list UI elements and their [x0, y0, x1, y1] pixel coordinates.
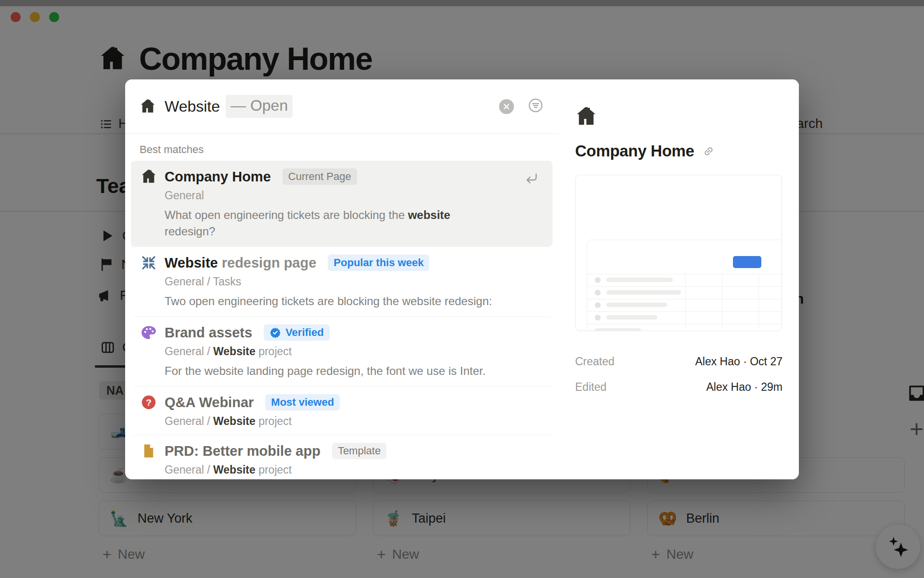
- result-title: PRD: Better mobile app: [165, 443, 321, 459]
- result-breadcrumb: General: [165, 189, 543, 202]
- question-icon: ?: [141, 394, 157, 411]
- results-list: Best matches Company Home Current Page G…: [125, 134, 558, 479]
- app-window: Company Home H arch Tea C N F C NA n 🎿 ☕…: [0, 0, 924, 578]
- result-title: Q&A Webinar: [165, 395, 254, 411]
- popular-badge: Popular this week: [328, 255, 429, 271]
- search-query: Website: [165, 98, 220, 116]
- preview-metadata: Created Alex Hao · Oct 27 Edited Alex Ha…: [575, 355, 783, 394]
- most-viewed-badge: Most viewed: [265, 394, 340, 411]
- result-title: Website redesign page: [165, 255, 316, 271]
- enter-key-icon: [524, 171, 539, 187]
- search-modal: Website — Open Best matches: [125, 79, 799, 479]
- page-preview-thumbnail: [575, 175, 782, 331]
- result-title: Company Home: [165, 169, 271, 185]
- filter-icon: [527, 97, 544, 114]
- screen-edge: [0, 0, 924, 6]
- verified-seal-icon: [270, 327, 281, 338]
- palette-icon: [141, 324, 157, 341]
- close-icon: [503, 103, 510, 110]
- home-icon: [140, 98, 156, 115]
- current-page-badge: Current Page: [282, 168, 357, 185]
- search-results-pane: Website — Open Best matches: [125, 79, 558, 479]
- search-input[interactable]: Website — Open: [125, 79, 558, 134]
- result-snippet: For the website landing page redesign, t…: [165, 363, 543, 379]
- collapse-arrows-icon: [141, 255, 157, 271]
- result-breadcrumb: General / Tasks: [165, 275, 543, 288]
- filter-button[interactable]: [527, 97, 544, 116]
- section-label: Best matches: [125, 134, 558, 161]
- result-breadcrumb: General / Website project: [165, 345, 543, 358]
- result-title: Brand assets: [165, 325, 252, 341]
- link-icon[interactable]: [702, 145, 715, 158]
- preview-blue-button: [733, 256, 761, 268]
- result-breadcrumb: General / Website project: [165, 414, 543, 428]
- result-brand-assets[interactable]: Brand assets Verified General / Website …: [131, 316, 552, 386]
- preview-table-mockup: [587, 240, 782, 331]
- result-breadcrumb: General / Website project: [165, 463, 543, 476]
- template-badge: Template: [332, 443, 386, 459]
- result-prd-better-mobile-app[interactable]: PRD: Better mobile app Template General …: [131, 435, 552, 479]
- result-qa-webinar[interactable]: ? Q&A Webinar Most viewed General / Webs…: [131, 386, 552, 435]
- preview-title: Company Home: [575, 142, 694, 160]
- svg-text:?: ?: [146, 398, 152, 408]
- edited-row: Edited Alex Hao · 29m: [575, 381, 783, 394]
- result-website-redesign-page[interactable]: Website redesign page Popular this week …: [131, 246, 552, 316]
- clear-search-button[interactable]: [499, 99, 514, 114]
- home-icon: [575, 105, 597, 128]
- home-icon: [141, 168, 157, 185]
- result-company-home[interactable]: Company Home Current Page General What o…: [131, 161, 552, 246]
- created-row: Created Alex Hao · Oct 27: [575, 355, 783, 368]
- search-suggestion: — Open: [226, 95, 293, 118]
- result-snippet: What open engineering tickets are blocki…: [165, 207, 543, 240]
- document-icon: [141, 443, 157, 459]
- preview-pane: Company Home C: [558, 79, 799, 479]
- result-snippet: Two open engineering tickets are blockin…: [165, 293, 543, 309]
- verified-badge: Verified: [264, 324, 329, 341]
